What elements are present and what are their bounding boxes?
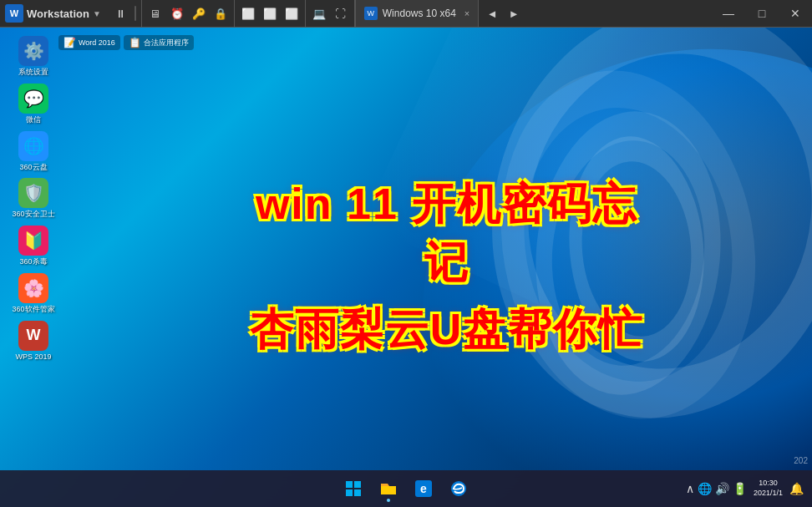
view-ctrl-1[interactable]: ⬜	[238, 3, 258, 23]
wps-icon-label: WPS 2019	[15, 352, 51, 362]
taskbar-browser1[interactable]: e	[408, 473, 439, 504]
svg-rect-2	[346, 489, 353, 496]
tray-network[interactable]: 🌐	[698, 482, 712, 495]
fullscreen-button[interactable]: ⛶	[331, 3, 351, 23]
tray-sound[interactable]: 🔊	[715, 482, 729, 495]
app-dropdown-arrow[interactable]: ▼	[93, 9, 101, 18]
minimize-button[interactable]: —	[712, 0, 745, 28]
toolbar-audio: ◄ ►	[479, 0, 527, 27]
desktop-icon-settings[interactable]: ⚙️ 系统设置	[7, 36, 60, 77]
clock[interactable]: 10:30 2021/1/1	[754, 479, 783, 498]
security-icon: 🛡️	[18, 178, 48, 208]
antivirus-icon: 🔰	[18, 226, 48, 256]
cloud-icon: 🌐	[18, 131, 48, 161]
desktop-background: 📝 Word 2016 📋 合法应用程序 ⚙️ 系统设置 💬 微信 🌐 360云…	[0, 28, 812, 507]
security-icon-label: 360安全卫士	[12, 210, 54, 219]
desktop-icons: ⚙️ 系统设置 💬 微信 🌐 360云盘 🛡️ 360安全卫士 🔰 360杀毒 …	[7, 36, 60, 362]
view-ctrl-2[interactable]: ⬜	[260, 3, 280, 23]
vm-tab-close[interactable]: ×	[464, 8, 469, 18]
taskbar-edge[interactable]	[443, 473, 475, 504]
cloud-icon-label: 360云盘	[19, 163, 47, 172]
top-app-other-label: 合法应用程序	[144, 38, 189, 48]
audio-left[interactable]: ◄	[482, 3, 502, 23]
desktop-icon-360security[interactable]: 🛡️ 360安全卫士	[7, 178, 60, 219]
app-title: Workstation	[27, 8, 89, 20]
watermark: 202	[794, 456, 808, 465]
view-ctrl-3[interactable]: ⬜	[282, 3, 302, 23]
desktop-icon-360cloud[interactable]: 🌐 360云盘	[7, 131, 60, 172]
app-icon: W	[5, 4, 23, 23]
tray-chevron[interactable]: ∧	[686, 482, 694, 495]
top-app-other[interactable]: 📋 合法应用程序	[124, 35, 194, 50]
vm-ctrl-3[interactable]: 🔑	[189, 3, 209, 23]
appmanager-icon: 🌸	[18, 273, 48, 303]
toolbar-sep	[134, 6, 136, 21]
vm-ctrl-2[interactable]: ⏰	[167, 3, 187, 23]
wechat-icon-label: 微信	[26, 115, 41, 124]
audio-right[interactable]: ►	[504, 3, 524, 23]
svg-rect-0	[346, 481, 353, 488]
toolbar-vm-controls: 🖥 ⏰ 🔑 🔒	[142, 0, 235, 27]
desktop-icon-360manager[interactable]: 🌸 360软件管家	[7, 273, 60, 314]
svg-text:e: e	[420, 482, 427, 495]
desktop-icon-360av[interactable]: 🔰 360杀毒	[7, 226, 60, 266]
window-controls: — □ ✕	[712, 0, 812, 27]
maximize-button[interactable]: □	[745, 0, 779, 28]
top-app-word-label: Word 2016	[79, 38, 115, 47]
wps-icon: W	[18, 321, 48, 351]
appmanager-icon-label: 360软件管家	[12, 305, 54, 314]
top-app-word[interactable]: 📝 Word 2016	[58, 35, 120, 50]
tray-battery[interactable]: 🔋	[733, 482, 747, 495]
close-button[interactable]: ✕	[779, 0, 812, 28]
wechat-icon: 💬	[18, 84, 48, 114]
toolbar-pause-section: ⏸	[108, 0, 142, 27]
top-apps-bar: 📝 Word 2016 📋 合法应用程序	[58, 28, 194, 58]
taskbar: e ∧ 🌐 🔊 🔋 10:30 2021/1/1	[0, 470, 812, 507]
vm-tab[interactable]: W Windows 10 x64 ×	[355, 0, 479, 27]
start-button[interactable]	[337, 473, 369, 504]
svg-rect-3	[354, 489, 361, 496]
settings-icon: ⚙️	[18, 36, 48, 66]
system-tray: ∧ 🌐 🔊 🔋 10:30 2021/1/1 🔔	[686, 470, 804, 507]
vm-tab-label: Windows 10 x64	[383, 8, 456, 19]
vm-os-icon: W	[364, 7, 378, 20]
toolbar-view-controls: ⬜ ⬜ ⬜	[235, 0, 306, 27]
terminal-button[interactable]: 💻	[309, 3, 329, 23]
vm-ctrl-4[interactable]: 🔒	[211, 3, 231, 23]
titlebar: W Workstation ▼ ⏸ 🖥 ⏰ 🔑 🔒 ⬜ ⬜ ⬜ 💻 ⛶ W Wi…	[0, 0, 812, 28]
desktop-icon-wechat[interactable]: 💬 微信	[7, 84, 60, 124]
vm-ctrl-1[interactable]: 🖥	[145, 3, 165, 23]
vm-viewport: 📝 Word 2016 📋 合法应用程序 ⚙️ 系统设置 💬 微信 🌐 360云…	[0, 28, 812, 507]
tray-notifications[interactable]: 🔔	[789, 482, 804, 495]
taskbar-explorer[interactable]	[373, 473, 404, 504]
desktop-icon-wps[interactable]: W WPS 2019	[7, 321, 60, 362]
antivirus-icon-label: 360杀毒	[19, 257, 47, 266]
settings-icon-label: 系统设置	[18, 68, 48, 77]
pause-button[interactable]: ⏸	[111, 3, 131, 23]
toolbar-extra: 💻 ⛶	[306, 0, 355, 27]
swirl-decoration	[294, 28, 812, 507]
svg-rect-1	[354, 481, 361, 488]
